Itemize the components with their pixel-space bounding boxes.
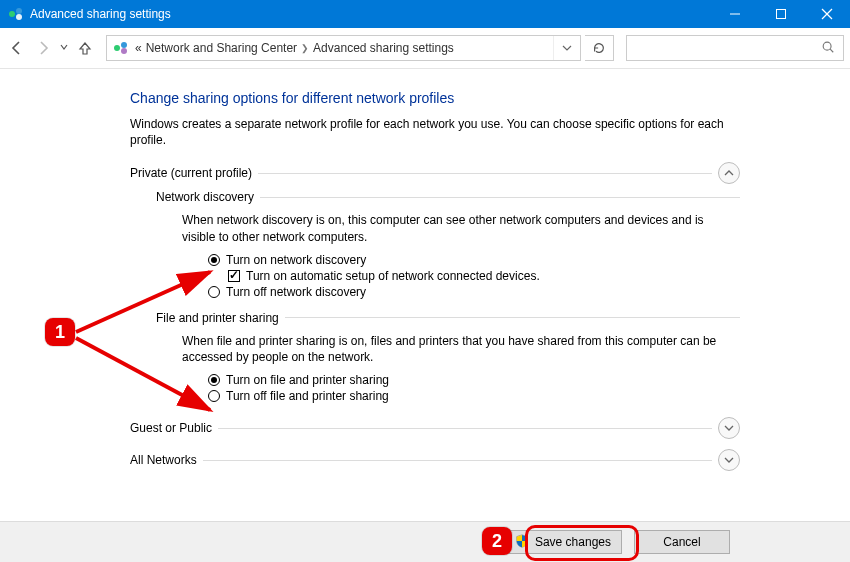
radio-nd-on[interactable]: Turn on network discovery [208,253,740,267]
maximize-button[interactable] [758,0,804,28]
svg-line-11 [830,49,833,52]
refresh-button[interactable] [585,35,614,61]
svg-point-7 [114,45,120,51]
subsection-header-file-printer: File and printer sharing [156,311,740,325]
svg-point-1 [16,8,22,14]
up-button[interactable] [74,37,96,59]
titlebar: Advanced sharing settings [0,0,850,28]
profile-label: All Networks [130,453,197,467]
button-label: Save changes [535,535,611,549]
svg-line-13 [76,338,210,410]
uac-shield-icon [515,534,529,551]
radio-label: Turn on network discovery [226,253,366,267]
recent-locations-button[interactable] [58,43,70,53]
profile-label: Guest or Public [130,421,212,435]
breadcrumb-item[interactable]: Advanced sharing settings [313,41,454,55]
svg-point-0 [9,11,15,17]
network-sharing-icon [8,6,24,22]
cancel-button[interactable]: Cancel [634,530,730,554]
profile-private-body: Network discovery When network discovery… [156,190,740,403]
profile-label: Private (current profile) [130,166,252,180]
address-bar[interactable]: « Network and Sharing Center ❯ Advanced … [106,35,581,61]
checkbox-label: Turn on automatic setup of network conne… [246,269,540,283]
file-printer-options: Turn on file and printer sharing Turn of… [208,373,740,403]
radio-label: Turn on file and printer sharing [226,373,389,387]
svg-point-10 [823,42,831,50]
profile-header-private[interactable]: Private (current profile) [130,162,740,184]
annotation-number: 2 [492,531,502,552]
window-title: Advanced sharing settings [30,7,171,21]
file-printer-desc: When file and printer sharing is on, fil… [182,333,740,365]
radio-fps-on[interactable]: Turn on file and printer sharing [208,373,740,387]
svg-rect-4 [777,10,786,19]
subsection-label: Network discovery [156,190,254,204]
button-label: Cancel [663,535,700,549]
radio-fps-off[interactable]: Turn off file and printer sharing [208,389,740,403]
chevron-down-icon[interactable] [718,449,740,471]
profile-header-all[interactable]: All Networks [130,449,740,471]
network-sharing-icon [113,40,129,56]
network-discovery-options: Turn on network discovery Turn on automa… [208,253,740,299]
subsection-header-network-discovery: Network discovery [156,190,740,204]
annotation-marker-2: 2 [482,527,512,555]
chevron-down-icon[interactable] [718,417,740,439]
button-bar: Save changes Cancel [0,521,850,562]
forward-button[interactable] [32,37,54,59]
annotation-arrow [70,332,230,422]
divider [218,428,712,429]
svg-point-9 [121,48,127,54]
search-icon [821,40,835,57]
window-controls [712,0,850,28]
checkbox-auto-setup[interactable]: Turn on automatic setup of network conne… [228,269,740,283]
chevron-right-icon: ❯ [301,43,309,53]
chevron-up-icon[interactable] [718,162,740,184]
divider [260,197,740,198]
radio-label: Turn off file and printer sharing [226,389,389,403]
back-button[interactable] [6,37,28,59]
radio-label: Turn off network discovery [226,285,366,299]
address-bar-history-button[interactable] [553,36,580,60]
page-title: Change sharing options for different net… [130,90,740,106]
divider [203,460,712,461]
search-input[interactable] [626,35,844,61]
annotation-marker-1: 1 [45,318,75,346]
page-description: Windows creates a separate network profi… [130,116,740,148]
svg-line-12 [76,272,210,332]
divider [258,173,712,174]
divider [285,317,740,318]
breadcrumb-prefix: « [135,41,142,55]
breadcrumb: « Network and Sharing Center ❯ Advanced … [135,41,454,55]
minimize-button[interactable] [712,0,758,28]
explorer-toolbar: « Network and Sharing Center ❯ Advanced … [0,28,850,69]
save-changes-button[interactable]: Save changes [504,530,622,554]
breadcrumb-item[interactable]: Network and Sharing Center [146,41,297,55]
annotation-number: 1 [55,322,65,343]
close-button[interactable] [804,0,850,28]
network-discovery-desc: When network discovery is on, this compu… [182,212,740,244]
radio-nd-off[interactable]: Turn off network discovery [208,285,740,299]
svg-point-2 [16,14,22,20]
svg-point-8 [121,42,127,48]
